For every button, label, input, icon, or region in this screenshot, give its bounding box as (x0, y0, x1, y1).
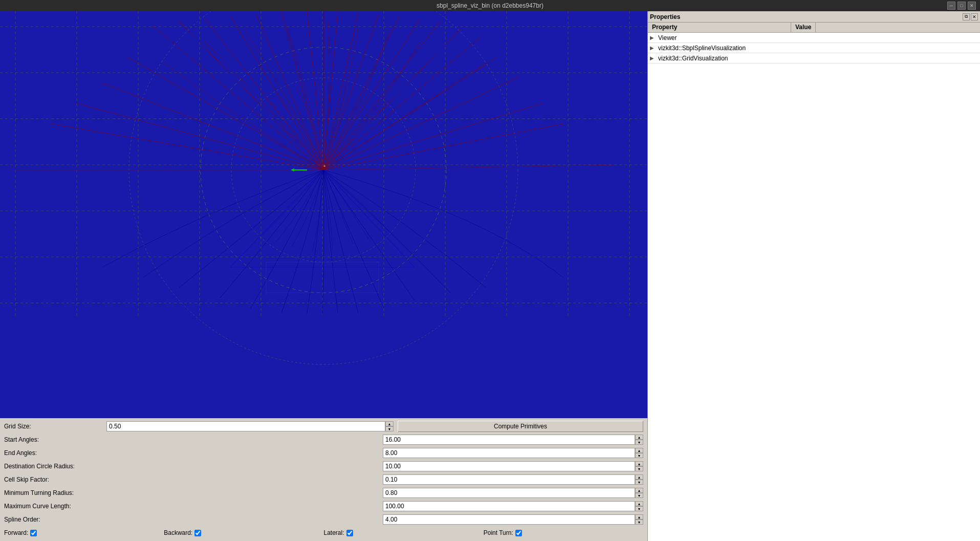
min-turning-up[interactable]: ▲ (635, 488, 643, 493)
max-curve-input[interactable] (383, 501, 635, 511)
start-angles-spinners[interactable]: ▲ ▼ (635, 435, 643, 445)
grid-size-input[interactable] (106, 421, 385, 431)
backward-checkbox[interactable] (194, 530, 201, 536)
grid-size-spinners[interactable]: ▲ ▼ (385, 421, 394, 431)
max-curve-label: Maximum Curve Length: (4, 503, 383, 510)
props-row-viewer[interactable]: ▶ Viewer (648, 33, 980, 43)
controls-panel: Grid Size: ▲ ▼ Compute Primitives Start … (0, 418, 647, 541)
prop-col-property: Property (648, 23, 791, 32)
lateral-checkbox[interactable] (346, 530, 353, 536)
dest-circle-input[interactable] (383, 461, 635, 471)
close-button[interactable]: ✕ (968, 2, 976, 10)
window-title: sbpl_spline_viz_bin (on d2ebbes947br) (437, 2, 543, 9)
spline-order-input[interactable] (383, 514, 635, 525)
lateral-label: Lateral: (324, 529, 344, 536)
start-angles-label: Start Angles: (4, 436, 383, 443)
start-angles-input[interactable] (383, 435, 635, 445)
lateral-checkbox-item: Lateral: (324, 529, 484, 536)
point-turn-label: Point Turn: (484, 529, 513, 536)
props-name-viewer: Viewer (656, 34, 791, 41)
properties-header: Property Value (648, 23, 980, 33)
props-row-sbpl[interactable]: ▶ vizkit3d::SbplSplineVisualization (648, 43, 980, 53)
grid-size-row: Grid Size: ▲ ▼ Compute Primitives (4, 420, 643, 432)
viewport-3d[interactable]: + (0, 11, 647, 418)
min-turning-label: Minimum Turning Radius: (4, 489, 383, 496)
point-turn-checkbox-item: Point Turn: (484, 529, 643, 536)
end-angles-up[interactable]: ▲ (635, 448, 643, 453)
prop-col-value: Value (791, 23, 816, 32)
cell-skip-label: Cell Skip Factor: (4, 476, 383, 483)
spline-order-down[interactable]: ▼ (635, 520, 643, 525)
properties-body[interactable]: ▶ Viewer ▶ vizkit3d::SbplSplineVisualiza… (648, 33, 980, 541)
maximize-button[interactable]: □ (957, 2, 966, 10)
viewport-svg: + (0, 11, 647, 418)
grid-size-label: Grid Size: (4, 423, 106, 430)
expand-icon-grid[interactable]: ▶ (648, 55, 656, 61)
dest-circle-up[interactable]: ▲ (635, 461, 643, 466)
forward-label: Forward: (4, 529, 28, 536)
properties-title: Properties (650, 13, 680, 20)
cell-skip-input[interactable] (383, 474, 635, 485)
spline-order-up[interactable]: ▲ (635, 514, 643, 520)
cell-skip-row: Cell Skip Factor: ▲ ▼ (4, 473, 643, 486)
dest-circle-label: Destination Circle Radius: (4, 463, 383, 470)
spline-order-spinners[interactable]: ▲ ▼ (635, 514, 643, 525)
minimize-button[interactable]: ─ (947, 2, 955, 10)
backward-label: Backward: (164, 529, 192, 536)
grid-size-input-wrap: ▲ ▼ (106, 421, 394, 431)
title-bar-controls[interactable]: ─ □ ✕ (947, 2, 976, 10)
start-angles-up[interactable]: ▲ (635, 435, 643, 440)
dest-circle-spinners[interactable]: ▲ ▼ (635, 461, 643, 471)
end-angles-down[interactable]: ▼ (635, 453, 643, 458)
spline-order-row: Spline Order: ▲ ▼ (4, 513, 643, 526)
properties-panel: Properties ⧉ ✕ Property Value ▶ Viewer ▶… (647, 11, 980, 541)
max-curve-row: Maximum Curve Length: ▲ ▼ (4, 500, 643, 512)
point-turn-checkbox[interactable] (515, 530, 522, 536)
expand-icon-sbpl[interactable]: ▶ (648, 45, 656, 51)
min-turning-row: Minimum Turning Radius: ▲ ▼ (4, 487, 643, 499)
end-angles-input[interactable] (383, 448, 635, 458)
cell-skip-down[interactable]: ▼ (635, 480, 643, 485)
max-curve-up[interactable]: ▲ (635, 501, 643, 506)
properties-float-button[interactable]: ⧉ (963, 13, 970, 20)
svg-rect-0 (0, 11, 647, 418)
checkbox-row: Forward: Backward: Lateral: Point Turn: (4, 527, 643, 539)
backward-checkbox-item: Backward: (164, 529, 323, 536)
grid-size-down[interactable]: ▼ (385, 426, 394, 431)
dest-circle-row: Destination Circle Radius: ▲ ▼ (4, 460, 643, 472)
properties-title-buttons[interactable]: ⧉ ✕ (963, 13, 978, 20)
cell-skip-up[interactable]: ▲ (635, 474, 643, 480)
start-angles-row: Start Angles: ▲ ▼ (4, 434, 643, 446)
compute-primitives-button[interactable]: Compute Primitives (398, 421, 643, 432)
min-turning-spinners[interactable]: ▲ ▼ (635, 488, 643, 498)
end-angles-label: End Angles: (4, 449, 383, 457)
dest-circle-down[interactable]: ▼ (635, 466, 643, 471)
end-angles-spinners[interactable]: ▲ ▼ (635, 448, 643, 458)
start-angles-down[interactable]: ▼ (635, 440, 643, 445)
properties-title-bar: Properties ⧉ ✕ (648, 11, 980, 23)
properties-close-button[interactable]: ✕ (971, 13, 978, 20)
props-name-sbpl: vizkit3d::SbplSplineVisualization (656, 45, 791, 52)
props-row-grid[interactable]: ▶ vizkit3d::GridVisualization (648, 53, 980, 63)
max-curve-down[interactable]: ▼ (635, 506, 643, 511)
props-name-grid: vizkit3d::GridVisualization (656, 55, 791, 62)
forward-checkbox-item: Forward: (4, 529, 164, 536)
expand-icon-viewer[interactable]: ▶ (648, 35, 656, 40)
grid-size-up[interactable]: ▲ (385, 421, 394, 426)
min-turning-down[interactable]: ▼ (635, 493, 643, 498)
main-content: + Grid Size: ▲ ▼ Compute Primitives Star… (0, 11, 980, 541)
forward-checkbox[interactable] (30, 530, 37, 536)
spline-order-label: Spline Order: (4, 516, 383, 523)
cell-skip-spinners[interactable]: ▲ ▼ (635, 474, 643, 485)
left-panel: + Grid Size: ▲ ▼ Compute Primitives Star… (0, 11, 647, 541)
min-turning-input[interactable] (383, 488, 635, 498)
end-angles-row: End Angles: ▲ ▼ (4, 447, 643, 459)
title-bar: sbpl_spline_viz_bin (on d2ebbes947br) ─ … (0, 0, 980, 11)
max-curve-spinners[interactable]: ▲ ▼ (635, 501, 643, 511)
svg-text:+: + (323, 164, 326, 168)
